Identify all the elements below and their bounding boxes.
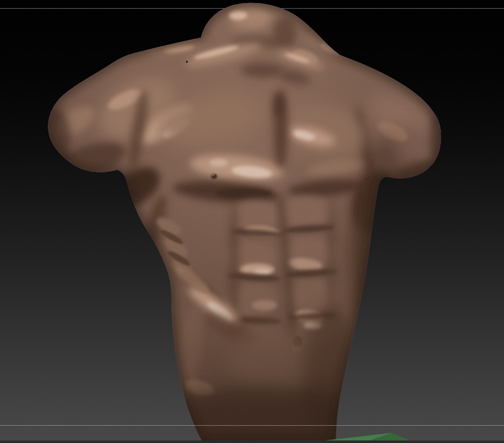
- sculpt-viewport[interactable]: [0, 0, 504, 443]
- bottom-edge-strip: [0, 440, 504, 443]
- skin-grain-texture: [41, 0, 448, 443]
- torso-model[interactable]: [0, 0, 504, 443]
- document-canvas[interactable]: [0, 0, 504, 443]
- render-artifact-dot: [186, 61, 188, 63]
